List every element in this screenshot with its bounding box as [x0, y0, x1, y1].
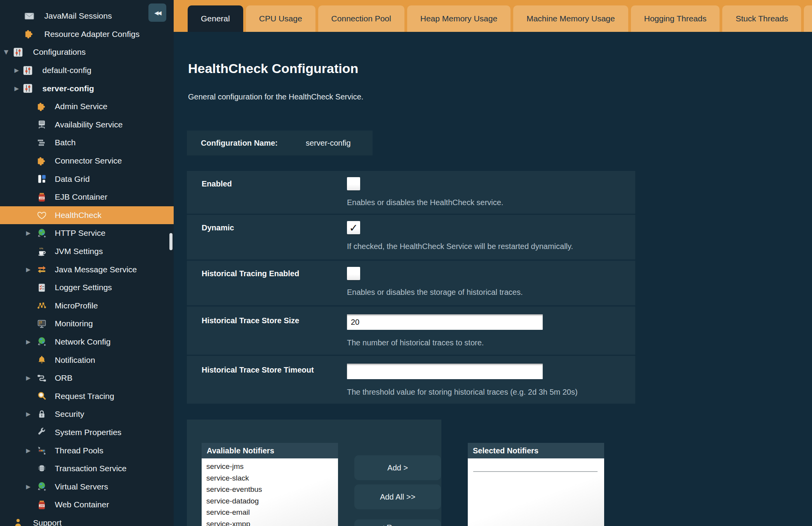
- sidebar-item-label: Logger Settings: [55, 283, 112, 292]
- sidebar-item-web-container[interactable]: ▶ JAR Web Container: [0, 496, 174, 514]
- cable-icon: [37, 373, 47, 383]
- monitor-icon: [37, 319, 47, 329]
- sidebar-item-label: Web Container: [55, 500, 109, 509]
- page-title: HealthCheck Configuration: [188, 61, 358, 76]
- sidebar-item-label: Data Grid: [55, 174, 90, 184]
- tab-cpu-usage[interactable]: CPU Usage: [246, 5, 315, 32]
- chevron-right-icon[interactable]: ▶: [26, 411, 37, 418]
- chevron-right-icon[interactable]: ▶: [26, 374, 37, 381]
- chevron-down-icon[interactable]: ▼: [4, 49, 13, 56]
- remove-notifier-button[interactable]: < Remove: [354, 519, 441, 526]
- sidebar-item-jvm-settings[interactable]: ▶ JVM Settings: [0, 242, 174, 261]
- sidebar-item-javamail-sessions[interactable]: JavaMail Sessions: [0, 7, 174, 25]
- tab-machine-memory-usage[interactable]: Machine Memory Usage: [513, 5, 628, 32]
- sidebar-item-thread-pools[interactable]: ▶ Thread Pools: [0, 441, 174, 460]
- sidebar-item-http-service[interactable]: ▶ HTTP Service: [0, 224, 174, 242]
- sliders-icon: [13, 47, 23, 57]
- sidebar-item-connector-service[interactable]: ▶ Connector Service: [0, 152, 174, 170]
- sidebar-item-batch[interactable]: ▶ Batch: [0, 134, 174, 152]
- sidebar-item-label: default-config: [42, 66, 91, 75]
- chevron-right-icon[interactable]: ▶: [26, 483, 37, 490]
- server-icon: [37, 119, 47, 130]
- selected-notifiers-listbox[interactable]: [468, 458, 604, 526]
- notifiers-panel: Avaliable Notifiers service-jms service-…: [187, 420, 441, 526]
- add-notifier-button[interactable]: Add >: [354, 455, 441, 480]
- svg-text:JAR: JAR: [40, 197, 44, 199]
- sidebar-item-label: HTTP Service: [55, 228, 105, 238]
- page-subtitle: General configuration for the HealthChec…: [188, 92, 363, 101]
- sidebar-item-default-config[interactable]: ▶ default-config: [0, 61, 174, 80]
- sidebar-item-configurations[interactable]: ▼ Configurations: [0, 43, 174, 61]
- person-icon: [13, 517, 23, 526]
- sidebar-item-resource-adapter-configs[interactable]: Resource Adapter Configs: [0, 25, 174, 44]
- historical-tracing-enabled-checkbox[interactable]: [347, 267, 360, 280]
- chevron-right-icon[interactable]: ▶: [14, 67, 23, 74]
- tab-stuck-threads[interactable]: Stuck Threads: [722, 5, 801, 32]
- cylinder-icon: [37, 463, 47, 474]
- chevron-right-icon[interactable]: ▶: [26, 447, 37, 454]
- tab-heap-memory-usage[interactable]: Heap Memory Usage: [407, 5, 511, 32]
- sidebar-item-label: Resource Adapter Configs: [44, 30, 139, 39]
- bell-icon: [37, 355, 47, 365]
- list-item[interactable]: service-datadog: [206, 495, 338, 507]
- add-all-notifiers-button[interactable]: Add All >>: [354, 484, 441, 509]
- dynamic-help-text: If checked, the HealthCheck Service will…: [347, 242, 573, 251]
- enabled-checkbox[interactable]: [347, 177, 360, 190]
- historical-trace-store-size-label: Historical Trace Store Size: [202, 316, 299, 325]
- list-item[interactable]: service-eventbus: [206, 484, 338, 495]
- jar-icon: JAR: [37, 500, 47, 510]
- sidebar-item-admin-service[interactable]: ▶ Admin Service: [0, 98, 174, 116]
- sidebar-item-microprofile[interactable]: ▶ MicroProfile: [0, 297, 174, 315]
- list-item[interactable]: service-xmpp: [206, 518, 338, 526]
- sidebar-item-network-config[interactable]: ▶ Network Config: [0, 333, 174, 351]
- tab-hogging-threads[interactable]: Hogging Threads: [631, 5, 720, 32]
- sidebar-item-monitoring[interactable]: ▶ Monitoring: [0, 315, 174, 333]
- tab-clipped[interactable]: [804, 5, 812, 32]
- tab-general[interactable]: General: [188, 5, 243, 32]
- configuration-name-panel: Configuration Name: server-config: [187, 131, 373, 155]
- stacked-bars-icon: [37, 138, 47, 148]
- sidebar-item-server-config[interactable]: ▶ server-config: [0, 79, 174, 98]
- sidebar-item-label: EJB Container: [55, 192, 107, 202]
- sidebar-item-logger-settings[interactable]: ▶ Logger Settings: [0, 279, 174, 297]
- lock-icon: [37, 409, 47, 420]
- sidebar-item-support[interactable]: ▶ Support: [0, 514, 174, 526]
- sidebar-item-system-properties[interactable]: ▶ System Properties: [0, 423, 174, 442]
- sidebar-item-java-message-service[interactable]: ▶ Java Message Service: [0, 260, 174, 279]
- globe-icon: [37, 228, 47, 239]
- selected-notifiers-header: Selected Notifiers: [468, 443, 604, 458]
- sidebar-collapse-button[interactable]: ◀◀: [148, 3, 166, 22]
- sidebar-item-label: JVM Settings: [55, 247, 103, 256]
- tab-connection-pool[interactable]: Connection Pool: [318, 5, 404, 32]
- list-item[interactable]: service-email: [206, 507, 338, 518]
- sidebar-item-orb[interactable]: ▶ ORB: [0, 369, 174, 387]
- sidebar-item-security[interactable]: ▶ Security: [0, 405, 174, 423]
- dynamic-checkbox[interactable]: ✓: [347, 221, 360, 234]
- chevron-right-icon[interactable]: ▶: [26, 266, 37, 273]
- sidebar-item-label: Transaction Service: [55, 464, 127, 473]
- sidebar-item-data-grid[interactable]: ▶ Data Grid: [0, 170, 174, 188]
- chevron-right-icon[interactable]: ▶: [26, 230, 37, 237]
- sidebar-item-healthcheck[interactable]: ▶ HealthCheck: [0, 206, 174, 225]
- globe-icon: [37, 336, 47, 347]
- sidebar-item-request-tracing[interactable]: ▶ Request Tracing: [0, 387, 174, 405]
- sidebar-item-label: Availability Service: [55, 120, 123, 129]
- list-item[interactable]: service-slack: [206, 472, 338, 484]
- sidebar-item-label: server-config: [42, 84, 94, 93]
- sidebar-scrollbar-thumb[interactable]: [169, 233, 173, 250]
- historical-trace-store-timeout-label: Historical Trace Store Timeout: [202, 366, 314, 374]
- list-item[interactable]: service-jms: [206, 461, 338, 472]
- sidebar-item-notification[interactable]: ▶ Notification: [0, 351, 174, 369]
- sidebar-item-ejb-container[interactable]: ▶ JAR EJB Container: [0, 188, 174, 206]
- historical-trace-store-timeout-input[interactable]: [347, 364, 543, 379]
- available-notifiers-listbox[interactable]: service-jms service-slack service-eventb…: [202, 458, 338, 526]
- chevron-right-icon[interactable]: ▶: [26, 338, 37, 345]
- sidebar-item-transaction-service[interactable]: ▶ Transaction Service: [0, 460, 174, 478]
- sidebar-item-label: Thread Pools: [55, 446, 103, 455]
- magnifier-icon: [37, 391, 47, 401]
- historical-trace-store-size-input[interactable]: [347, 314, 543, 330]
- sidebar-item-virtual-servers[interactable]: ▶ Virtual Servers: [0, 477, 174, 496]
- chevron-right-icon[interactable]: ▶: [14, 85, 23, 92]
- sidebar-item-availability-service[interactable]: ▶ Availability Service: [0, 116, 174, 134]
- configuration-name-value: server-config: [306, 139, 351, 148]
